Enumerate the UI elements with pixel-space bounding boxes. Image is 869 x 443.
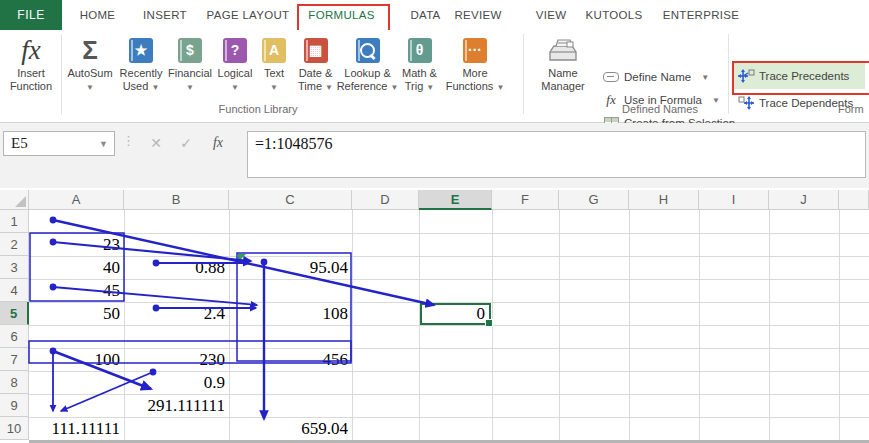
name-manager-label: Name Manager [541,67,584,92]
trace-dependents-button[interactable]: Trace Dependents [737,92,853,114]
row-header-8[interactable]: 8 [0,371,29,394]
cell-A3[interactable]: 40 [29,256,124,279]
trace-dependents-icon [737,96,755,110]
logical-label: Logical▼ [218,67,253,94]
trace-precedents-icon [737,69,755,83]
column-header-J[interactable]: J [769,190,839,210]
row-header-7[interactable]: 7 [0,348,29,371]
math-trig-label: Math &Trig ▼ [402,67,437,94]
gridline [629,210,630,443]
name-box-dropdown-icon[interactable]: ▼ [99,139,108,149]
financial-button[interactable]: $Financial▼ [166,33,214,94]
autosum-button[interactable]: ΣAutoSum▼ [64,33,116,94]
column-header-C[interactable]: C [229,190,352,210]
cell-B7[interactable]: 230 [124,348,229,371]
cell-C7[interactable]: 456 [229,348,352,371]
lookup-reference-button[interactable]: Lookup &Reference ▼ [339,33,396,94]
book-more-icon: ··· [463,33,487,67]
trace-precedents-label: Trace Precedents [759,70,849,82]
tag-icon [602,72,620,82]
gridline [352,210,353,443]
text-button[interactable]: AText▼ [256,33,292,94]
more-functions-label: MoreFunctions ▼ [446,67,505,94]
book-a-icon: A [262,33,286,67]
book-question-icon: ? [223,33,247,67]
logical-button[interactable]: ?Logical▼ [214,33,256,94]
column-header-G[interactable]: G [559,190,629,210]
cell-A10[interactable]: 111.11111 [29,417,124,440]
tab-insert[interactable]: INSERT [136,0,194,30]
tab-enterprise[interactable]: ENTERPRISE [658,0,744,30]
book-theta-icon: θ [408,33,432,67]
book-coins-icon: $ [178,33,202,67]
cell-B8[interactable]: 0.9 [124,371,229,394]
tab-file[interactable]: FILE [0,0,62,30]
enter-button[interactable]: ✓ [173,132,199,154]
column-header-D[interactable]: D [352,190,419,210]
sigma-icon: Σ [82,33,98,67]
insert-function-label: InsertFunction [10,67,52,92]
select-all-corner[interactable] [0,190,29,210]
tab-page-layout[interactable]: PAGE LAYOUT [204,0,292,30]
cancel-button[interactable]: ✕ [143,132,169,154]
column-header-H[interactable]: H [629,190,699,210]
group-separator [728,34,729,114]
gridline [229,210,230,443]
insert-function-button[interactable]: fxInsertFunction [2,33,60,92]
row-header-10[interactable]: 10 [0,417,29,440]
cell-B9[interactable]: 291.111111 [124,394,229,417]
formula-input[interactable]: =1:1048576 [247,131,866,178]
fx-icon: fx [21,33,41,67]
row-header-9[interactable]: 9 [0,394,29,417]
row-header-3[interactable]: 3 [0,256,29,279]
financial-label: Financial▼ [168,67,212,94]
book-calendar-icon: ▦ [304,33,328,67]
cell-C5[interactable]: 108 [229,302,352,325]
autosum-label: AutoSum▼ [67,67,112,94]
cell-A5[interactable]: 50 [29,302,124,325]
column-header-F[interactable]: F [492,190,559,210]
date-time-button[interactable]: ▦Date &Time ▼ [292,33,339,94]
column-header-B[interactable]: B [124,190,229,210]
text-label: Text▼ [264,67,284,94]
cell-A4[interactable]: 45 [29,279,124,302]
gridline [419,210,420,443]
column-header-E[interactable]: E [419,190,492,210]
column-header-A[interactable]: A [29,190,124,210]
cell-B5[interactable]: 2.4 [124,302,229,325]
selected-cell-box[interactable]: 0 [420,303,491,325]
column-header-partial[interactable] [839,190,869,210]
insert-function-fx-button[interactable]: fx [205,132,231,154]
column-header-I[interactable]: I [699,190,769,210]
cell-C3[interactable]: 95.04 [229,256,352,279]
tab-data[interactable]: DATA [398,0,453,30]
date-time-label: Date &Time ▼ [298,67,333,94]
define-name-button[interactable]: Define Name▼ [602,66,709,88]
more-functions-button[interactable]: ···MoreFunctions ▼ [443,33,507,94]
row-header-6[interactable]: 6 [0,325,29,348]
cell-E5-value: 0 [422,305,489,323]
row-header-5[interactable]: 5 [0,302,29,325]
fill-handle[interactable] [485,319,493,327]
formula-bar-separator: ⋮ [122,133,135,148]
cell-A2[interactable]: 23 [29,233,124,256]
tab-formulas[interactable]: FORMULAS [297,0,386,30]
row-header-4[interactable]: 4 [0,279,29,302]
group-separator [523,34,524,114]
row-header-2[interactable]: 2 [0,233,29,256]
name-box[interactable]: E5 ▼ [3,131,115,156]
name-box-value: E5 [11,135,28,152]
name-manager-button[interactable]: Name Manager [528,33,598,92]
tab-kutools[interactable]: KUTOOLS [582,0,646,30]
math-trig-button[interactable]: θMath &Trig ▼ [396,33,443,94]
tab-home[interactable]: HOME [70,0,125,30]
cell-B3[interactable]: 0.88 [124,256,229,279]
recently-used-button[interactable]: ★RecentlyUsed ▼ [116,33,166,94]
row-header-1[interactable]: 1 [0,210,29,233]
excel-window: { "tab_bar": { "file": "FILE", "tabs": [… [0,0,869,443]
cell-C10[interactable]: 659.04 [229,417,352,440]
trace-precedents-button[interactable]: Trace Precedents [737,65,849,87]
tab-review[interactable]: REVIEW [450,0,506,30]
cell-A7[interactable]: 100 [29,348,124,371]
tab-view[interactable]: VIEW [526,0,576,30]
